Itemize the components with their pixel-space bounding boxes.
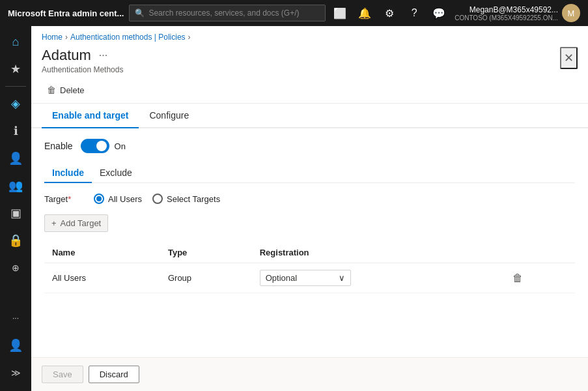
avatar[interactable]: M [562,4,580,22]
row-name: All Users [44,263,160,293]
search-placeholder: Search resources, services, and docs (G+… [148,8,299,18]
sidebar-item-groups[interactable]: 👥 [3,173,29,199]
radio-select-targets-label: Select Targets [167,194,220,204]
search-bar[interactable]: 🔍 Search resources, services, and docs (… [129,5,326,22]
col-type: Type [160,242,252,263]
panel-header: Adatum ··· Authentication Methods ✕ [31,44,588,80]
user-name: MeganB@M365x49592... [455,5,558,14]
sub-tab-exclude[interactable]: Exclude [92,164,140,183]
breadcrumb-sep2: › [188,33,191,42]
sub-tabs: Include Exclude [44,164,575,183]
delete-icon: 🗑 [47,85,56,95]
breadcrumb-sep1: › [65,33,68,42]
discard-button[interactable]: Discard [89,366,139,383]
target-radio-group: All Users Select Targets [94,194,220,204]
save-button[interactable]: Save [42,366,83,383]
sidebar-item-home[interactable]: ⌂ [3,29,29,55]
enable-label: Enable [44,141,73,151]
sub-tab-include[interactable]: Include [44,164,92,183]
toolbar: 🗑 Delete [31,80,588,104]
row-type: Group [160,263,252,293]
sidebar-item-identity[interactable]: ◈ [3,91,29,117]
radio-select-targets[interactable]: Select Targets [152,194,220,204]
targets-table: Name Type Registration All Users Group O… [44,242,575,293]
radio-all-users-circle [94,194,104,204]
registration-dropdown[interactable]: Optional ∨ [260,270,351,286]
breadcrumb-link1[interactable]: Authentication methods | Policies [70,33,186,42]
row-registration: Optional ∨ [252,263,502,293]
table-row: All Users Group Optional ∨ 🗑 [44,263,575,293]
registration-value: Optional [266,273,297,283]
sidebar-item-expand[interactable]: ≫ [3,360,29,386]
search-icon: 🔍 [135,8,145,18]
add-target-icon: + [51,218,57,228]
ellipsis-button[interactable]: ··· [96,48,110,63]
feedback-icon[interactable]: 💬 [430,4,448,22]
app-title: Microsoft Entra admin cent... [8,8,124,18]
settings-icon[interactable]: ⚙ [380,4,399,22]
portal-icon[interactable]: ⬜ [331,4,349,22]
col-name: Name [44,242,160,263]
sidebar-item-more[interactable]: ··· [3,305,29,331]
tab-enable-target[interactable]: Enable and target [42,104,139,128]
sidebar-item-users[interactable]: 👤 [3,145,29,171]
tab-content: Enable On Include Exclude Target* [31,128,588,357]
user-tenant: CONTOSO (M365X49592255.ON... [455,14,558,22]
main-panel: Home › Authentication methods | Policies… [31,26,588,391]
sidebar-item-info[interactable]: ℹ [3,118,29,144]
sidebar-item-favorites[interactable]: ★ [3,56,29,82]
col-registration: Registration [252,242,502,263]
breadcrumb: Home › Authentication methods | Policies… [31,26,588,44]
target-row: Target* All Users Select Targets [44,194,575,204]
notification-icon[interactable]: 🔔 [356,4,374,22]
required-marker: * [68,194,71,204]
add-target-label: Add Target [61,218,102,228]
delete-label: Delete [60,85,85,95]
radio-all-users-label: All Users [108,194,142,204]
radio-all-users[interactable]: All Users [94,194,142,204]
breadcrumb-home[interactable]: Home [42,33,63,42]
target-label: Target* [44,194,83,204]
tab-configure[interactable]: Configure [139,104,199,128]
sidebar-item-account[interactable]: 👤 [3,332,29,358]
footer: Save Discard [31,357,588,391]
toggle-container: On [81,139,126,153]
sidebar-item-compliance[interactable]: ⊕ [3,255,29,281]
toggle-state: On [115,141,126,151]
panel-title-text: Adatum [42,47,91,64]
row-actions: 🗑 [502,263,575,293]
enable-toggle[interactable] [81,139,109,153]
chevron-down-icon: ∨ [339,273,345,283]
delete-button[interactable]: 🗑 Delete [42,82,90,98]
user-info[interactable]: MeganB@M365x49592... CONTOSO (M365X49592… [455,4,580,22]
add-target-button[interactable]: + Add Target [44,214,108,232]
row-delete-icon[interactable]: 🗑 [510,270,525,286]
help-icon[interactable]: ? [405,4,423,22]
radio-select-targets-circle [152,194,163,204]
col-actions [502,242,575,263]
sidebar-item-security[interactable]: 🔒 [3,227,29,253]
enable-row: Enable On [44,139,575,153]
main-tabs: Enable and target Configure [31,104,588,128]
panel-subtitle: Authentication Methods [42,65,123,74]
close-button[interactable]: ✕ [560,47,578,69]
sidebar-item-apps[interactable]: ▣ [3,200,29,226]
sidebar: ⌂ ★ ◈ ℹ 👤 👥 ▣ 🔒 ⊕ ··· 👤 ≫ [0,26,31,391]
